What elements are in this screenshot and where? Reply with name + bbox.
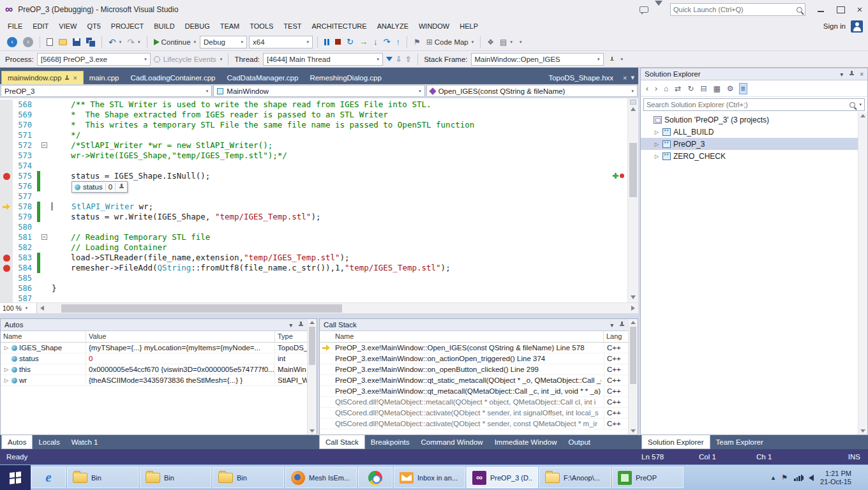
code-line[interactable]: 571 */: [0, 130, 627, 140]
callstack-row[interactable]: PreOP_3.exe!MainWindow::Open_IGES(const …: [320, 343, 628, 353]
callstack-row[interactable]: PreOP_3.exe!MainWindow::on_actionOpen_tr…: [320, 353, 628, 364]
callstack-row[interactable]: PreOP_3.exe!MainWindow::qt_metacall(QMet…: [320, 386, 628, 397]
menu-help[interactable]: HELP: [454, 20, 483, 32]
menu-view[interactable]: VIEW: [54, 20, 82, 32]
breakpoint-margin[interactable]: [0, 161, 13, 171]
expander-icon[interactable]: ▷: [654, 153, 660, 160]
step-into-button[interactable]: ↓: [371, 35, 380, 49]
outlining-margin[interactable]: [40, 242, 49, 253]
sign-in-link[interactable]: Sign in: [823, 22, 846, 30]
hidden-icons-button[interactable]: ▴: [772, 473, 775, 482]
breakpoint-icon[interactable]: [3, 173, 10, 180]
menu-qt5[interactable]: QT5: [82, 20, 105, 32]
autos-row[interactable]: ▷wr{theASCIIMode=3435973836 theStlMesh={…: [1, 375, 307, 386]
outlining-margin[interactable]: [40, 171, 49, 181]
minimize-button[interactable]: [817, 6, 826, 13]
menu-debug[interactable]: DEBUG: [180, 20, 215, 32]
collapse-icon[interactable]: −: [41, 234, 47, 240]
panel-tab-locals[interactable]: Locals: [33, 435, 65, 449]
preview-selected-items-icon[interactable]: ≡: [739, 83, 747, 94]
menu-window[interactable]: WINDOW: [414, 20, 454, 32]
code-line[interactable]: 586}: [0, 283, 627, 293]
switch-views-icon[interactable]: ⇄: [673, 84, 682, 94]
expander-icon[interactable]: ▷: [654, 129, 660, 135]
breakpoint-margin[interactable]: [0, 120, 13, 130]
tree-item[interactable]: ▷ALL_BUILD: [641, 126, 867, 138]
pin-icon[interactable]: [618, 322, 625, 328]
panel-tab-output[interactable]: Output: [562, 435, 596, 449]
breakpoint-margin[interactable]: [0, 273, 13, 283]
thread-dropdown[interactable]: [4644] Main Thread▾: [263, 53, 383, 66]
callstack-row[interactable]: PreOP_3.exe!MainWindow::qt_static_metaca…: [320, 375, 628, 386]
code-line[interactable]: 578 StlAPI_Writer wr;: [0, 202, 627, 212]
autos-panel-header[interactable]: Autos ▾ ×: [1, 319, 317, 331]
scroll-right-icon[interactable]: [631, 306, 635, 311]
zoom-dropdown[interactable]: 100 %▾: [0, 303, 37, 314]
break-all-button[interactable]: [322, 35, 331, 49]
expander-icon[interactable]: ▷: [3, 343, 10, 353]
project-dropdown[interactable]: PreOP_3▾: [1, 85, 212, 97]
code-line[interactable]: 568 /** The STL Writer is used to write …: [0, 100, 627, 110]
tree-item[interactable]: ▷ZERO_CHECK: [641, 150, 867, 162]
refresh-icon[interactable]: ↻: [686, 84, 695, 94]
solution-configurations-dropdown[interactable]: Debug▾: [200, 36, 247, 48]
menu-tools[interactable]: TOOLS: [244, 20, 278, 32]
outlining-margin[interactable]: [40, 120, 49, 130]
panel-tab-command-window[interactable]: Command Window: [415, 435, 489, 449]
outlining-margin[interactable]: [40, 181, 49, 191]
panel-tab-watch-1[interactable]: Watch 1: [66, 435, 104, 449]
outlining-margin[interactable]: [40, 293, 49, 302]
taskbar-item-folder[interactable]: Bin: [140, 467, 211, 488]
stack-frame-dropdown[interactable]: MainWindow::Open_IGES▾: [471, 53, 604, 66]
menu-file[interactable]: FILE: [3, 20, 27, 32]
breakpoint-margin[interactable]: [0, 222, 13, 232]
breakpoint-margin[interactable]: [0, 202, 13, 212]
collapse-icon[interactable]: −: [41, 142, 47, 148]
breakpoint-icon[interactable]: [3, 265, 10, 272]
window-position-icon[interactable]: ▾: [289, 322, 292, 329]
properties-icon[interactable]: ⚙: [726, 84, 735, 94]
menu-build[interactable]: BUILD: [149, 20, 179, 32]
new-file-button[interactable]: [45, 35, 55, 49]
callstack-row[interactable]: Qt5Cored.dll!QMetaObject::activate(QObje…: [320, 408, 628, 419]
autos-scrollbar[interactable]: [307, 319, 317, 434]
menu-test[interactable]: TEST: [278, 20, 306, 32]
breakpoint-margin[interactable]: [0, 212, 13, 222]
scroll-left-icon[interactable]: [40, 306, 44, 311]
code-line[interactable]: 584 remesher->FileAdd(QString::fromUtf8(…: [0, 263, 627, 273]
outlining-margin[interactable]: [40, 263, 49, 273]
code-line[interactable]: 573 wr->Write(IGES_Shape,"temp/IGES_Temp…: [0, 151, 627, 161]
scrollbar-thumb[interactable]: [629, 143, 637, 197]
taskbar-item-vs[interactable]: ∞PreOP_3 (D...: [467, 467, 538, 488]
save-button[interactable]: [71, 35, 82, 49]
close-document-icon[interactable]: ×: [623, 74, 627, 82]
callstack-row[interactable]: Qt5Cored.dll!QMetaObject::activate(QObje…: [320, 419, 628, 429]
autos-row[interactable]: status0int: [1, 353, 307, 364]
autos-row[interactable]: ▷IGES_Shape{myTShape={...} myLocation={m…: [1, 343, 307, 353]
next-frame-icon[interactable]: ⇧: [405, 55, 412, 64]
expander-icon[interactable]: ▷: [3, 375, 10, 385]
debug-toolbar-overflow[interactable]: ▾: [618, 52, 625, 66]
outlining-margin[interactable]: [40, 191, 49, 202]
search-box[interactable]: ▾: [643, 98, 865, 111]
pin-icon[interactable]: [848, 71, 855, 77]
code-line[interactable]: 582 // Loading Container: [0, 242, 627, 253]
scrollbar-thumb[interactable]: [61, 304, 342, 313]
bookmark-button[interactable]: ⚑: [412, 35, 423, 49]
breakpoint-icon[interactable]: [3, 255, 10, 262]
outlining-margin[interactable]: [40, 161, 49, 171]
account-avatar-icon[interactable]: [851, 20, 863, 33]
outlining-margin[interactable]: [40, 253, 49, 263]
doc-tab[interactable]: RemeshingDialog.cpp: [304, 71, 387, 84]
home-icon[interactable]: ⌂: [662, 84, 670, 94]
menu-architecture[interactable]: ARCHITECTURE: [306, 20, 371, 32]
outlining-margin[interactable]: [40, 100, 49, 110]
collapse-all-icon[interactable]: ⊟: [699, 84, 708, 94]
panel-tab-solution-explorer[interactable]: Solution Explorer: [641, 435, 710, 449]
action-center-icon[interactable]: ⚑: [781, 473, 788, 482]
breakpoint-margin[interactable]: [0, 191, 13, 202]
callstack-panel-header[interactable]: Call Stack ▾ ×: [320, 319, 638, 331]
outlining-margin[interactable]: −: [40, 232, 49, 242]
pin-icon[interactable]: [297, 322, 304, 328]
doc-tab[interactable]: CadDataManager.cpp: [221, 71, 304, 84]
